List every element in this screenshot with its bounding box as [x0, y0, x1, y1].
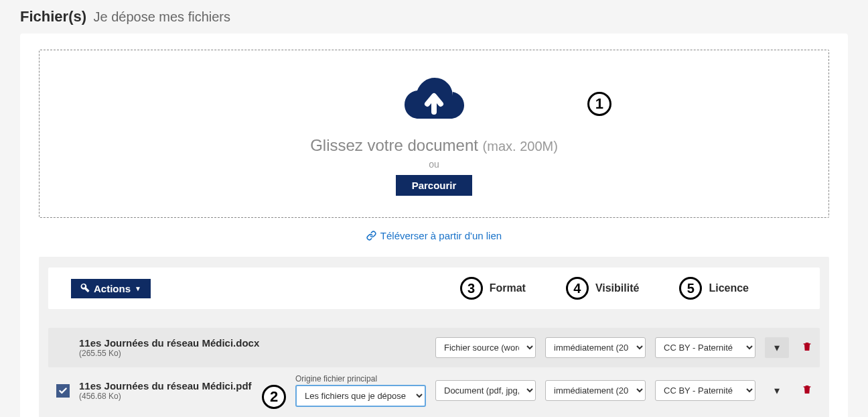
main-card: 1 Glissez votre document (max. 200M) ou … [20, 34, 848, 417]
dropzone-max: (max. 200M) [483, 139, 558, 154]
row-checkbox-empty [56, 341, 70, 355]
delete-button[interactable] [798, 383, 816, 398]
file-size: (456.68 Ko) [79, 392, 286, 401]
expand-toggle[interactable]: ▾ [765, 384, 789, 397]
licence-select[interactable]: CC BY - Paternité [655, 337, 755, 358]
chevron-down-icon: ▾ [774, 341, 780, 354]
visibility-select[interactable]: immédiatement (2023-…) [545, 380, 646, 401]
actions-button[interactable]: Actions ▼ [71, 279, 151, 298]
visibility-select[interactable]: immédiatement (2023-…) [545, 337, 646, 358]
chevron-down-icon: ▾ [774, 385, 780, 396]
page-header: Fichier(s) Je dépose mes fichiers [20, 8, 848, 25]
browse-button[interactable]: Parcourir [396, 175, 473, 196]
dropzone-title: Glissez votre document (max. 200M) [310, 136, 558, 155]
dropzone-title-text: Glissez votre document [310, 136, 478, 154]
delete-button[interactable] [798, 341, 816, 355]
origine-select[interactable]: Les fichiers que je dépose sont [295, 385, 426, 407]
check-icon [58, 386, 68, 396]
trash-icon [802, 343, 812, 355]
col-visibility-label: Visibilité [595, 282, 640, 294]
callout-1: 1 [587, 92, 611, 116]
upload-link-label: Téléverser à partir d'un lien [380, 230, 502, 241]
wrench-icon [80, 283, 90, 294]
column-headers: 3 Format 4 Visibilité 5 Licence [460, 277, 809, 300]
callout-5: 5 [679, 277, 702, 300]
callout-3: 3 [460, 277, 483, 300]
trash-icon [802, 386, 812, 398]
row-checkbox-checked[interactable] [56, 384, 70, 398]
callout-2: 2 [262, 385, 286, 409]
file-size: (265.55 Ko) [79, 349, 286, 358]
file-header-row: Actions ▼ 3 Format 4 Visibilité 5 Licenc… [48, 267, 820, 309]
upload-from-link[interactable]: Téléverser à partir d'un lien [366, 230, 502, 241]
file-row: 11es Journées du réseau Médici.docx (265… [48, 328, 820, 367]
format-select[interactable]: Fichier source (word, tex…) [435, 337, 536, 358]
format-cell: Document (pdf, jpg, …) [435, 380, 536, 401]
licence-cell: CC BY - Paternité [655, 337, 755, 358]
visibility-cell: immédiatement (2023-…) [545, 380, 646, 401]
licence-select[interactable]: CC BY - Paternité [655, 380, 755, 401]
col-format-label: Format [490, 282, 526, 294]
caret-down-icon: ▼ [135, 285, 141, 292]
licence-cell: CC BY - Paternité [655, 380, 755, 401]
link-icon [366, 230, 380, 241]
origine-label: Origine fichier principal [295, 374, 426, 383]
page-title: Fichier(s) [20, 8, 86, 25]
expand-toggle[interactable]: ▾ [765, 337, 789, 358]
callout-4: 4 [566, 277, 589, 300]
format-cell: Fichier source (word, tex…) [435, 337, 536, 358]
col-header-visibility: 4 Visibilité [566, 277, 640, 300]
actions-label: Actions [94, 283, 131, 294]
dropzone[interactable]: 1 Glissez votre document (max. 200M) ou … [39, 50, 829, 218]
col-licence-label: Licence [709, 282, 749, 294]
file-row: 11es Journées du réseau Médici.pdf (456.… [48, 367, 820, 414]
file-name: 11es Journées du réseau Médici.pdf [79, 380, 286, 392]
dropzone-inner: 1 Glissez votre document (max. 200M) ou … [310, 77, 558, 196]
dropzone-or: ou [310, 159, 558, 170]
col-header-licence: 5 Licence [679, 277, 749, 300]
origine-col: 2 Origine fichier principal Les fichiers… [295, 374, 426, 407]
upload-link-row: Téléverser à partir d'un lien [39, 230, 829, 242]
page-subtitle: Je dépose mes fichiers [93, 9, 230, 24]
format-select[interactable]: Document (pdf, jpg, …) [435, 380, 536, 401]
cloud-upload-icon [403, 112, 465, 123]
file-area: Actions ▼ 3 Format 4 Visibilité 5 Licenc… [39, 257, 829, 417]
file-info: 11es Journées du réseau Médici.docx (265… [79, 337, 286, 358]
file-info: 11es Journées du réseau Médici.pdf (456.… [79, 380, 286, 401]
file-name: 11es Journées du réseau Médici.docx [79, 337, 286, 349]
col-header-format: 3 Format [460, 277, 526, 300]
visibility-cell: immédiatement (2023-…) [545, 337, 646, 358]
